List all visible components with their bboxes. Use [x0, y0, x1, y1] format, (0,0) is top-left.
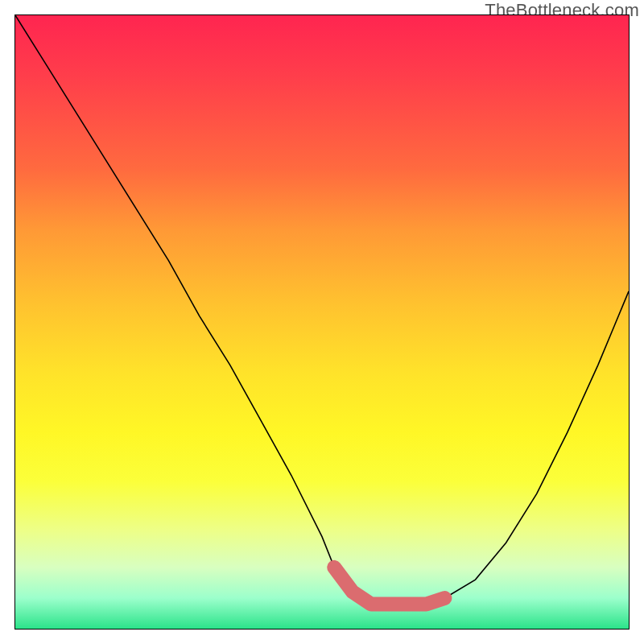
- bottom-highlight: [334, 568, 444, 605]
- chart-svg: [15, 15, 629, 629]
- bottleneck-curve: [15, 15, 629, 604]
- chart-container: TheBottleneck.com: [0, 0, 644, 644]
- plot-area: [14, 14, 630, 630]
